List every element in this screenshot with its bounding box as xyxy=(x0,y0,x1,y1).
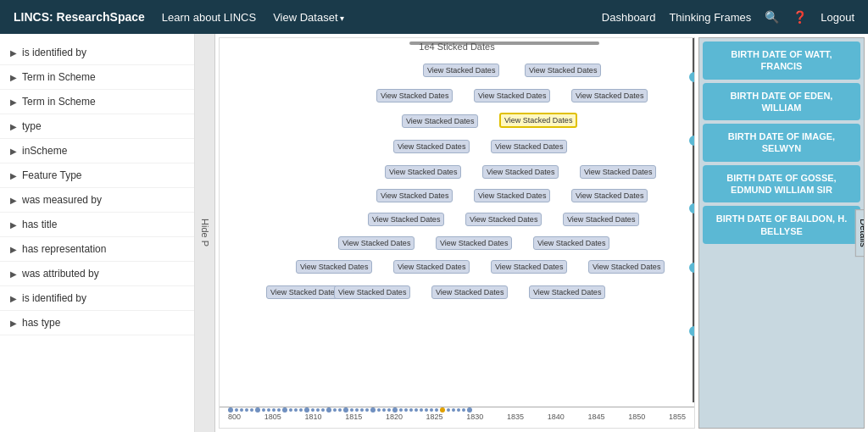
sidebar-item-2[interactable]: ▶ Term in Scheme xyxy=(0,90,194,114)
timeline-dot xyxy=(457,408,460,412)
stacked-dates-btn[interactable]: View Stacked Dates xyxy=(474,189,550,202)
nav-learn[interactable]: Learn about LINCS xyxy=(162,11,256,24)
stacked-dates-btn[interactable]: View Stacked Dates xyxy=(580,165,656,179)
details-tab[interactable]: Details xyxy=(855,209,865,257)
timeline-dot xyxy=(277,408,281,412)
nav-logout[interactable]: Logout xyxy=(821,11,854,24)
stacked-dates-btn[interactable]: View Stacked Dates xyxy=(402,114,478,128)
stacked-dates-btn-highlighted[interactable]: View Stacked Dates xyxy=(499,113,577,128)
sidebar-item-8[interactable]: ▶ has representation xyxy=(0,237,194,262)
sidebar-item-5[interactable]: ▶ Feature Type xyxy=(0,163,194,188)
stacked-dates-btn[interactable]: View Stacked Dates xyxy=(423,64,499,77)
stacked-dates-btn[interactable]: View Stacked Dates xyxy=(266,285,342,299)
stacked-dates-btn[interactable]: View Stacked Dates xyxy=(588,260,665,274)
chart-title: 1e4 Sticked Dates xyxy=(419,42,494,52)
timeline-dot xyxy=(250,408,253,412)
chevron-right-icon: ▶ xyxy=(10,73,17,82)
detail-card-0[interactable]: BIRTH DATE OF WATT, FRANCIS xyxy=(703,42,860,80)
x-label: 1815 xyxy=(345,413,362,421)
stacked-dates-btn[interactable]: View Stacked Dates xyxy=(571,89,648,102)
nav-dashboard[interactable]: Dashboard xyxy=(602,11,656,24)
stacked-dates-btn[interactable]: View Stacked Dates xyxy=(376,89,453,102)
timeline-dot xyxy=(333,408,337,412)
main-layout: ▶ is identified by ▶ Term in Scheme ▶ Te… xyxy=(0,34,868,432)
timeline-dot xyxy=(321,408,325,412)
timeline-circle xyxy=(689,326,695,336)
timeline-dot xyxy=(289,408,292,412)
chevron-right-icon: ▶ xyxy=(10,245,17,254)
hide-panel-button[interactable]: Hide P xyxy=(195,34,215,432)
timeline-circle xyxy=(689,203,695,213)
chevron-right-icon: ▶ xyxy=(10,171,17,180)
stacked-dates-btn[interactable]: View Stacked Dates xyxy=(571,189,648,202)
timeline-circle xyxy=(689,136,695,146)
x-label: 1805 xyxy=(264,413,281,421)
stacked-dates-btn[interactable]: View Stacked Dates xyxy=(334,285,410,299)
chart-container: 1e4 Sticked Dates View Stacked Dates Vie… xyxy=(219,37,695,429)
x-label: 1840 xyxy=(548,413,565,421)
timeline-dot xyxy=(430,408,433,412)
timeline-dot xyxy=(267,408,270,412)
timeline-dot xyxy=(294,408,298,412)
timeline-dot xyxy=(245,408,248,412)
stacked-dates-btn[interactable]: View Stacked Dates xyxy=(465,213,542,226)
timeline-dot xyxy=(377,408,381,412)
header-right: Dashboard Thinking Frames 🔍 ❓ Logout xyxy=(602,10,854,24)
detail-card-1[interactable]: BIRTH DATE OF EDEN, WILLIAM xyxy=(703,83,860,121)
nav-thinking-frames[interactable]: Thinking Frames xyxy=(669,11,751,24)
sidebar-item-1[interactable]: ▶ Term in Scheme xyxy=(0,65,194,90)
detail-card-3[interactable]: BIRTH DATE OF GOSSE, EDMUND WILLIAM SIR xyxy=(703,165,860,203)
timeline-dot xyxy=(435,408,438,412)
stacked-dates-btn[interactable]: View Stacked Dates xyxy=(529,285,605,299)
stacked-dates-btn[interactable]: View Stacked Dates xyxy=(296,260,372,274)
sidebar-item-9[interactable]: ▶ was attributed by xyxy=(0,262,194,286)
stacked-dates-btn[interactable]: View Stacked Dates xyxy=(393,140,470,153)
chevron-right-icon: ▶ xyxy=(10,294,17,303)
stacked-dates-btn[interactable]: View Stacked Dates xyxy=(491,260,567,274)
stacked-dates-btn[interactable]: View Stacked Dates xyxy=(482,165,559,179)
timeline-dot xyxy=(462,408,465,412)
timeline-dot xyxy=(272,408,275,412)
stacked-dates-btn[interactable]: View Stacked Dates xyxy=(376,189,453,202)
stacked-dates-btn[interactable]: View Stacked Dates xyxy=(385,165,461,179)
stacked-dates-btn[interactable]: View Stacked Dates xyxy=(563,213,639,226)
timeline-dot xyxy=(316,408,320,412)
detail-card-2[interactable]: BIRTH DATE OF IMAGE, SELWYN xyxy=(703,124,860,162)
timeline-dot xyxy=(447,408,450,412)
timeline-dot xyxy=(338,408,342,412)
timeline-dot xyxy=(235,408,238,412)
x-axis-labels: 800 1805 1810 1815 1820 1825 1830 1835 1… xyxy=(220,413,694,421)
stacked-dates-btn[interactable]: View Stacked Dates xyxy=(533,236,609,250)
stacked-dates-btn[interactable]: View Stacked Dates xyxy=(368,213,444,226)
x-label: 1830 xyxy=(466,413,483,421)
stacked-dates-btn[interactable]: View Stacked Dates xyxy=(474,89,550,102)
header: LINCS: ResearchSpace Learn about LINCS V… xyxy=(0,0,868,34)
stacked-dates-btn[interactable]: View Stacked Dates xyxy=(338,236,415,250)
sidebar-item-7[interactable]: ▶ has title xyxy=(0,213,194,237)
stacked-dates-btn[interactable]: View Stacked Dates xyxy=(431,285,508,299)
sidebar-item-10[interactable]: ▶ is identified by xyxy=(0,286,194,311)
timeline-dot xyxy=(382,408,386,412)
sidebar-item-3[interactable]: ▶ type xyxy=(0,114,194,139)
sidebar-item-0[interactable]: ▶ is identified by xyxy=(0,41,194,65)
detail-card-4[interactable]: BIRTH DATE OF BAILDON, H. BELLYSE xyxy=(703,206,860,244)
content-area: Hide P 1e4 Sticked Dates View Stacked Da… xyxy=(195,34,868,432)
stacked-dates-btn[interactable]: View Stacked Dates xyxy=(393,260,470,274)
x-label: 1845 xyxy=(587,413,604,421)
search-icon[interactable]: 🔍 xyxy=(765,10,779,24)
chevron-right-icon: ▶ xyxy=(10,97,17,107)
stacked-dates-btn[interactable]: View Stacked Dates xyxy=(525,64,601,77)
sidebar-item-6[interactable]: ▶ was measured by xyxy=(0,188,194,213)
sidebar-item-4[interactable]: ▶ inScheme xyxy=(0,139,194,163)
help-icon[interactable]: ❓ xyxy=(793,10,807,24)
stacked-dates-btn[interactable]: View Stacked Dates xyxy=(436,236,512,250)
chevron-right-icon: ▶ xyxy=(10,269,17,279)
stacked-dates-btn[interactable]: View Stacked Dates xyxy=(491,140,567,153)
sidebar-item-11[interactable]: ▶ has type xyxy=(0,311,194,335)
x-label: 800 xyxy=(228,413,241,421)
chevron-right-icon: ▶ xyxy=(10,147,17,156)
timeline-dot xyxy=(425,408,428,412)
x-label: 1850 xyxy=(628,413,645,421)
nav-view-dataset[interactable]: View Dataset xyxy=(273,11,344,24)
sidebar: ▶ is identified by ▶ Term in Scheme ▶ Te… xyxy=(0,34,195,432)
